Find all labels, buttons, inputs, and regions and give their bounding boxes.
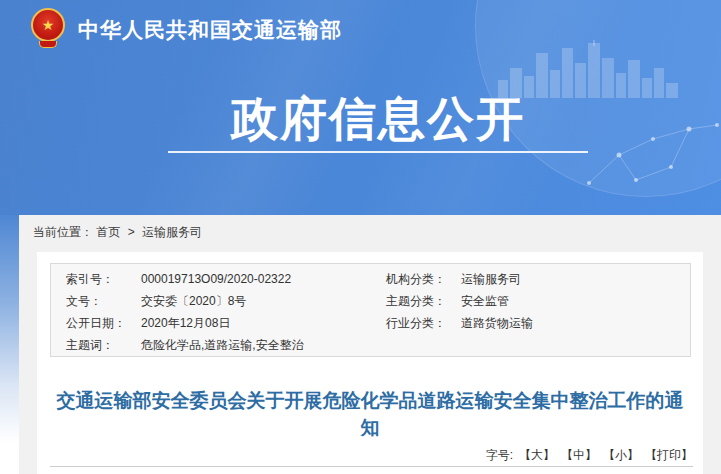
- banner-title: 政府信息公开: [168, 90, 588, 148]
- font-size-label: 字号:: [486, 448, 513, 462]
- breadcrumb-home-link[interactable]: 首页: [96, 225, 120, 239]
- breadcrumb-current-link[interactable]: 运输服务司: [142, 225, 202, 239]
- org-category-field: 机构分类： 运输服务司: [386, 271, 690, 288]
- keywords-label: 主题词：: [66, 337, 141, 354]
- site-banner: ★ 中华人民共和国交通运输部 政府信息公开: [0, 0, 721, 215]
- banner-title-underline: [168, 151, 588, 153]
- industry-category-label: 行业分类：: [386, 315, 461, 332]
- font-small-button[interactable]: 【小】: [603, 448, 639, 462]
- table-row: 公开日期： 2020年12月08日 行业分类： 道路货物运输: [51, 312, 690, 334]
- publish-date-label: 公开日期：: [66, 315, 141, 332]
- document-card: 索引号： 000019713O09/2020-02322 机构分类： 运输服务司…: [37, 252, 703, 474]
- publish-date-value: 2020年12月08日: [141, 315, 230, 332]
- government-header-bar: ★ 中华人民共和国交通运输部: [30, 6, 342, 54]
- font-medium-button[interactable]: 【中】: [561, 448, 597, 462]
- org-category-value: 运输服务司: [461, 271, 521, 288]
- topic-category-label: 主题分类：: [386, 293, 461, 310]
- font-large-button[interactable]: 【大】: [519, 448, 555, 462]
- emblem-star-icon: ★: [42, 18, 55, 32]
- industry-category-value: 道路货物运输: [461, 315, 533, 332]
- index-number-label: 索引号：: [66, 271, 141, 288]
- doc-number-value: 交安委〔2020〕8号: [141, 293, 246, 310]
- print-button[interactable]: 【打印】: [645, 448, 693, 462]
- metadata-table: 索引号： 000019713O09/2020-02322 机构分类： 运输服务司…: [50, 263, 691, 357]
- org-category-label: 机构分类：: [386, 271, 461, 288]
- font-size-toolbar: 字号:【大】【中】【小】【打印】: [486, 447, 693, 464]
- left-gradient-decoration: [0, 215, 19, 474]
- content-panel: 当前位置： 首页 > 运输服务司 索引号： 000019713O09/2020-…: [19, 215, 721, 474]
- constellation-decoration: [581, 55, 721, 205]
- publish-date-field: 公开日期： 2020年12月08日: [51, 315, 386, 332]
- breadcrumb: 当前位置： 首页 > 运输服务司: [33, 224, 202, 241]
- index-number-value: 000019713O09/2020-02322: [141, 272, 291, 286]
- doc-number-label: 文号：: [66, 293, 141, 310]
- table-row: 索引号： 000019713O09/2020-02322 机构分类： 运输服务司: [51, 268, 690, 290]
- topic-category-value: 安全监管: [461, 293, 509, 310]
- doc-number-field: 文号： 交安委〔2020〕8号: [51, 293, 386, 310]
- topic-category-field: 主题分类： 安全监管: [386, 293, 690, 310]
- article-title: 交通运输部安全委员会关于开展危险化学品道路运输安全集中整治工作的通知: [50, 387, 690, 441]
- keywords-field: 主题词： 危险化学品,道路运输,安全整治: [51, 337, 386, 354]
- industry-category-field: 行业分类： 道路货物运输: [386, 315, 690, 332]
- table-row: 文号： 交安委〔2020〕8号 主题分类： 安全监管: [51, 290, 690, 312]
- national-emblem-icon: ★: [30, 8, 66, 52]
- index-number-field: 索引号： 000019713O09/2020-02322: [51, 271, 386, 288]
- horizontal-divider: [50, 466, 693, 467]
- keywords-value: 危险化学品,道路运输,安全整治: [141, 337, 304, 354]
- breadcrumb-separator-icon: >: [128, 225, 135, 239]
- table-row: 主题词： 危险化学品,道路运输,安全整治: [51, 334, 690, 356]
- site-name-link[interactable]: 中华人民共和国交通运输部: [78, 16, 342, 44]
- breadcrumb-label: 当前位置：: [33, 225, 93, 239]
